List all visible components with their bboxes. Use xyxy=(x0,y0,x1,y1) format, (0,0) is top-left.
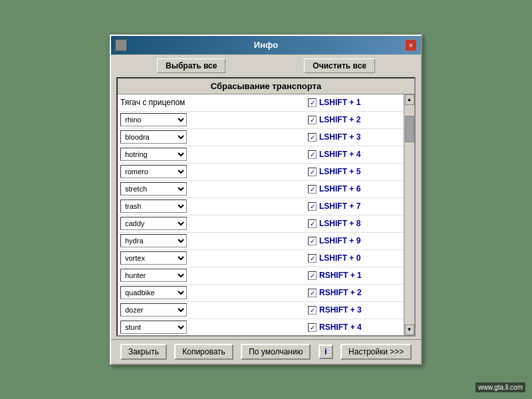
bottom-bar: Закрыть Копировать По умолчанию i Настро… xyxy=(111,339,421,364)
main-window: Инфо × Выбрать все Очистить все Сбрасыва… xyxy=(110,35,422,365)
hotkey-checkbox[interactable]: ✓ xyxy=(308,168,317,176)
hotkey-cell: ✓LSHIFT + 0 xyxy=(308,253,401,263)
list-item: caddy✓LSHIFT + 8 xyxy=(118,215,404,233)
window-title: Инфо xyxy=(254,40,278,50)
list-item: bloodra✓LSHIFT + 3 xyxy=(118,129,404,146)
hotkey-checkbox[interactable]: ✓ xyxy=(308,323,317,332)
hotkey-cell: ✓LSHIFT + 4 xyxy=(308,150,401,159)
watermark: www.gta.ll.com xyxy=(475,382,525,392)
scroll-container: Тягач с прицепом✓LSHIFT + 1rhino✓LSHIFT … xyxy=(118,94,414,335)
list-item: rhino✓LSHIFT + 2 xyxy=(118,112,404,129)
scroll-up-arrow[interactable]: ▲ xyxy=(405,94,414,105)
hotkey-label: RSHIFT + 3 xyxy=(319,305,362,315)
list-item: hunter✓RSHIFT + 1 xyxy=(118,267,404,285)
hotkey-label: RSHIFT + 1 xyxy=(319,271,362,280)
list-item: Тягач с прицепом✓LSHIFT + 1 xyxy=(118,94,404,112)
hotkey-checkbox[interactable]: ✓ xyxy=(308,306,317,315)
copy-button[interactable]: Копировать xyxy=(174,344,233,360)
list-item: vortex✓LSHIFT + 0 xyxy=(118,250,404,267)
hotkey-label: LSHIFT + 4 xyxy=(319,150,360,159)
main-content: Сбрасывание транспорта Тягач с прицепом✓… xyxy=(116,77,416,336)
list-item: hydra✓LSHIFT + 9 xyxy=(118,233,404,250)
hotkey-cell: ✓RSHIFT + 2 xyxy=(308,288,401,297)
list-item: hotring✓LSHIFT + 4 xyxy=(118,146,404,164)
list-item: trash✓LSHIFT + 7 xyxy=(118,198,404,215)
section-header: Сбрасывание транспорта xyxy=(118,78,414,94)
list-item: stunt✓RSHIFT + 4 xyxy=(118,319,404,335)
clear-all-button[interactable]: Очистить все xyxy=(304,59,375,73)
close-bottom-button[interactable]: Закрыть xyxy=(120,344,167,360)
hotkey-cell: ✓LSHIFT + 2 xyxy=(308,115,401,124)
hotkey-checkbox[interactable]: ✓ xyxy=(308,271,317,280)
vehicle-dropdown[interactable]: dozer xyxy=(120,303,187,317)
vehicle-dropdown[interactable]: stunt xyxy=(120,321,187,334)
vehicle-dropdown[interactable]: stretch xyxy=(120,182,187,196)
hotkey-cell: ✓LSHIFT + 8 xyxy=(308,219,401,228)
hotkey-checkbox[interactable]: ✓ xyxy=(308,202,317,211)
toolbar: Выбрать все Очистить все xyxy=(111,55,421,77)
list-item: stretch✓LSHIFT + 6 xyxy=(118,181,404,198)
window-icon xyxy=(115,39,127,51)
close-button[interactable]: × xyxy=(405,39,417,51)
scroll-down-arrow[interactable]: ▼ xyxy=(405,325,414,335)
vehicle-dropdown[interactable]: caddy xyxy=(120,217,187,230)
vehicle-dropdown[interactable]: hotring xyxy=(120,148,187,161)
settings-button[interactable]: Настройки >>> xyxy=(340,344,412,360)
hotkey-label: LSHIFT + 1 xyxy=(319,98,360,107)
hotkey-cell: ✓LSHIFT + 6 xyxy=(308,184,401,194)
hotkey-cell: ✓LSHIFT + 3 xyxy=(308,132,401,142)
hotkey-label: LSHIFT + 8 xyxy=(319,219,360,228)
select-all-button[interactable]: Выбрать все xyxy=(157,59,225,73)
hotkey-label: RSHIFT + 4 xyxy=(319,323,362,332)
hotkey-cell: ✓LSHIFT + 7 xyxy=(308,201,401,211)
hotkey-label: LSHIFT + 9 xyxy=(319,236,360,245)
vehicle-dropdown[interactable]: quadbike xyxy=(120,286,187,299)
vehicle-dropdown[interactable]: vortex xyxy=(120,251,187,265)
hotkey-checkbox[interactable]: ✓ xyxy=(308,237,317,245)
hotkey-label: LSHIFT + 7 xyxy=(319,201,360,211)
list-item: quadbike✓RSHIFT + 2 xyxy=(118,285,404,302)
hotkey-label: LSHIFT + 2 xyxy=(319,115,360,124)
hotkey-label: LSHIFT + 0 xyxy=(319,253,360,263)
default-button[interactable]: По умолчанию xyxy=(241,344,311,360)
hotkey-label: LSHIFT + 5 xyxy=(319,167,360,176)
hotkey-checkbox[interactable]: ✓ xyxy=(308,254,317,263)
vehicle-list: Тягач с прицепом✓LSHIFT + 1rhino✓LSHIFT … xyxy=(118,94,404,335)
hotkey-checkbox[interactable]: ✓ xyxy=(308,185,317,194)
hotkey-label: LSHIFT + 6 xyxy=(319,184,360,194)
vehicle-dropdown[interactable]: bloodra xyxy=(120,130,187,144)
hotkey-checkbox[interactable]: ✓ xyxy=(308,219,317,228)
hotkey-checkbox[interactable]: ✓ xyxy=(308,116,317,124)
scroll-thumb[interactable] xyxy=(405,116,414,142)
vehicle-dropdown[interactable]: trash xyxy=(120,200,187,213)
vehicle-dropdown[interactable]: rhino xyxy=(120,113,187,126)
list-item: romero✓LSHIFT + 5 xyxy=(118,164,404,181)
hotkey-cell: ✓RSHIFT + 3 xyxy=(308,305,401,315)
hotkey-cell: ✓LSHIFT + 1 xyxy=(308,98,401,107)
hotkey-cell: ✓RSHIFT + 4 xyxy=(308,323,401,332)
hotkey-label: RSHIFT + 2 xyxy=(319,288,362,297)
hotkey-checkbox[interactable]: ✓ xyxy=(308,289,317,297)
titlebar: Инфо × xyxy=(111,36,421,55)
hotkey-label: LSHIFT + 3 xyxy=(319,132,360,142)
vehicle-dropdown[interactable]: hunter xyxy=(120,269,187,282)
hotkey-checkbox[interactable]: ✓ xyxy=(308,150,317,159)
hotkey-checkbox[interactable]: ✓ xyxy=(308,98,317,107)
hotkey-cell: ✓RSHIFT + 1 xyxy=(308,271,401,280)
vehicle-label: Тягач с прицепом xyxy=(120,98,185,107)
vehicle-dropdown[interactable]: hydra xyxy=(120,234,187,247)
info-button[interactable]: i xyxy=(319,344,333,359)
vehicle-dropdown[interactable]: romero xyxy=(120,165,187,178)
list-item: dozer✓RSHIFT + 3 xyxy=(118,302,404,319)
hotkey-cell: ✓LSHIFT + 5 xyxy=(308,167,401,176)
hotkey-checkbox[interactable]: ✓ xyxy=(308,133,317,142)
hotkey-cell: ✓LSHIFT + 9 xyxy=(308,236,401,245)
scrollbar[interactable]: ▲ ▼ xyxy=(404,94,414,335)
